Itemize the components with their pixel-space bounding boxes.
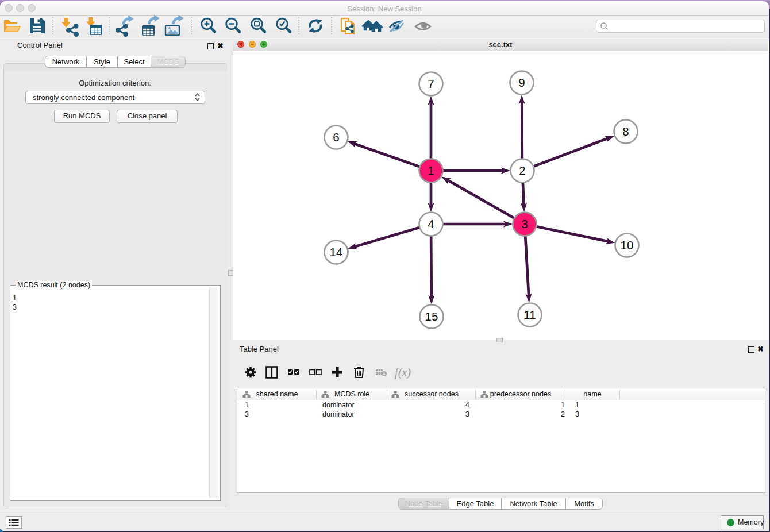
svg-text:2: 2	[519, 164, 525, 177]
svg-text:14: 14	[330, 245, 343, 259]
svg-text:1: 1	[428, 164, 434, 177]
svg-text:9: 9	[518, 76, 525, 89]
svg-text:4: 4	[428, 217, 434, 230]
svg-text:6: 6	[333, 130, 339, 144]
svg-text:8: 8	[622, 125, 629, 138]
svg-text:7: 7	[428, 77, 434, 90]
svg-text:f(x): f(x)	[395, 366, 411, 379]
svg-text:15: 15	[425, 310, 438, 323]
svg-text:11: 11	[523, 308, 536, 321]
svg-text:10: 10	[621, 238, 634, 252]
svg-text:3: 3	[521, 217, 528, 230]
